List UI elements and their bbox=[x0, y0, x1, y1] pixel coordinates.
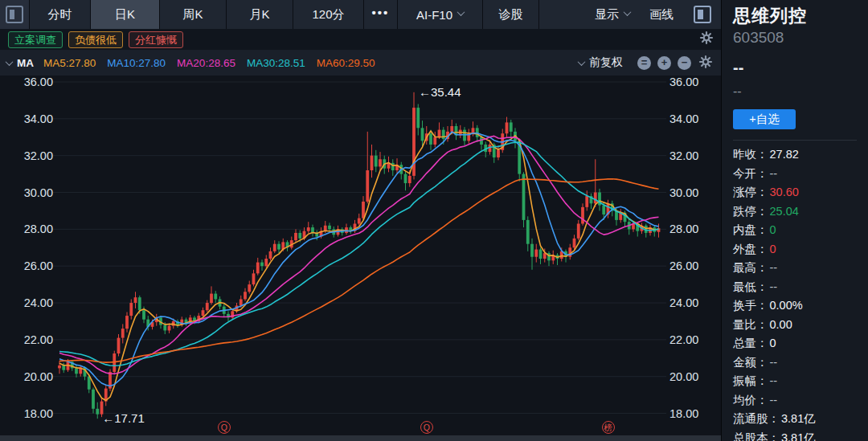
price-tick-right: 32.00 bbox=[669, 149, 716, 163]
price-tick-left: 30.00 bbox=[6, 186, 53, 200]
tab-label: 日K bbox=[115, 7, 135, 22]
collapse-indicator-chevron-icon[interactable] bbox=[6, 58, 14, 66]
stat-value: -- bbox=[770, 259, 778, 278]
chevron-down-icon bbox=[624, 8, 632, 16]
stat-label: 最高： bbox=[733, 259, 768, 278]
stock-app-window: 分时 日K 周K 月K 120分 ••• AI-F10 诊股 显示 画线 立案调… bbox=[0, 0, 868, 441]
stat-label: 内盘： bbox=[733, 221, 768, 240]
panel-toggle-icon bbox=[694, 6, 711, 23]
candlestick-chart[interactable]: 36.0036.0034.0034.0032.0032.0030.0030.00… bbox=[0, 76, 721, 435]
zoom-out-button[interactable]: − bbox=[678, 56, 691, 70]
kline-canvas[interactable] bbox=[0, 76, 721, 435]
stock-info-sidebar: 思维列控 603508 -- -- +自选 昨收：27.82今开：--涨停：30… bbox=[721, 0, 868, 441]
fit-scale-button[interactable]: = bbox=[637, 56, 651, 70]
stat-row: 总股本：3.81亿 bbox=[733, 429, 868, 441]
tab-zhengu[interactable]: 诊股 bbox=[483, 0, 539, 29]
tag-fenhong-kangkai[interactable]: 分红慷慨 bbox=[129, 31, 183, 48]
price-tick-right: 36.00 bbox=[669, 75, 716, 89]
stat-row: 流通股：3.81亿 bbox=[733, 410, 868, 429]
price-tick-left: 36.00 bbox=[6, 75, 53, 89]
tag-lian-diaocha[interactable]: 立案调查 bbox=[8, 31, 63, 48]
adjust-mode-chevron-icon[interactable] bbox=[578, 58, 586, 66]
stat-label: 昨收： bbox=[733, 145, 768, 165]
price-tick-right: 30.00 bbox=[669, 186, 716, 200]
menu-label: 画线 bbox=[649, 7, 674, 22]
collapse-left-panel-button[interactable] bbox=[0, 0, 30, 29]
price-tick-left: 32.00 bbox=[6, 149, 53, 163]
stat-value: -- bbox=[770, 353, 778, 373]
price-tick-left: 24.00 bbox=[6, 296, 53, 310]
stat-label: 振幅： bbox=[733, 372, 768, 391]
price-tick-left: 28.00 bbox=[6, 222, 53, 236]
tab-ai-f10[interactable]: AI-F10 bbox=[398, 0, 483, 29]
stat-label: 总股本： bbox=[733, 429, 780, 441]
forward-adjusted-label[interactable]: 前复权 bbox=[589, 55, 623, 70]
tags-settings-gear-icon[interactable] bbox=[699, 31, 714, 48]
event-marker[interactable]: Q bbox=[218, 421, 231, 434]
add-watchlist-button[interactable]: +自选 bbox=[733, 109, 796, 129]
tab-120min[interactable]: 120分 bbox=[293, 0, 364, 29]
stat-row: 振幅：-- bbox=[733, 372, 868, 391]
stat-value: 0.00 bbox=[770, 316, 792, 335]
tab-monthly-k[interactable]: 月K bbox=[227, 0, 293, 29]
chevron-down-icon bbox=[457, 8, 465, 16]
tab-weekly-k[interactable]: 周K bbox=[160, 0, 227, 29]
event-marker[interactable]: 榜 bbox=[602, 421, 615, 434]
ma5-value: MA5:27.80 bbox=[43, 57, 96, 69]
stat-value: 0 bbox=[770, 240, 776, 259]
panel-toggle-icon bbox=[6, 6, 23, 23]
ma-legend-row: MA MA5:27.80 MA10:27.80 MA20:28.65 MA30:… bbox=[0, 50, 721, 76]
stat-value: 0 bbox=[770, 334, 776, 353]
stat-label: 今开： bbox=[733, 165, 768, 184]
stat-row: 内盘：0 bbox=[733, 221, 868, 240]
stat-value: 30.60 bbox=[770, 183, 799, 202]
stat-label: 金额： bbox=[733, 353, 768, 373]
stat-row: 外盘：0 bbox=[733, 240, 868, 259]
current-price: -- bbox=[733, 58, 868, 77]
stat-row: 最高：-- bbox=[733, 259, 868, 278]
price-tick-right: 24.00 bbox=[669, 296, 716, 310]
stat-value: -- bbox=[770, 372, 778, 391]
stat-value: -- bbox=[770, 278, 778, 297]
tab-daily-k[interactable]: 日K bbox=[91, 0, 160, 29]
stat-label: 涨停： bbox=[733, 183, 768, 202]
ellipsis-icon: ••• bbox=[372, 6, 390, 24]
more-periods-button[interactable]: ••• bbox=[364, 0, 398, 29]
stat-value: 0 bbox=[770, 221, 776, 240]
draw-line-button[interactable]: 画线 bbox=[639, 0, 684, 29]
price-tick-left: 26.00 bbox=[6, 259, 53, 273]
event-marker[interactable]: Q bbox=[420, 421, 433, 434]
expand-right-panel-button[interactable] bbox=[684, 0, 721, 29]
stat-value: 25.04 bbox=[770, 202, 799, 222]
display-menu-button[interactable]: 显示 bbox=[586, 0, 639, 29]
stats-list: 昨收：27.82今开：--涨停：30.60跌停：25.04内盘：0外盘：0最高：… bbox=[733, 145, 868, 441]
topbar-spacer bbox=[539, 0, 586, 29]
stat-row: 均价：-- bbox=[733, 391, 868, 410]
stat-label: 外盘： bbox=[733, 240, 768, 259]
price-tick-right: 34.00 bbox=[669, 112, 716, 126]
tab-label: AI-F10 bbox=[416, 8, 452, 22]
stat-row: 金额：-- bbox=[733, 353, 868, 373]
stat-row: 最低：-- bbox=[733, 278, 868, 297]
chart-controls: 前复权 = + − bbox=[579, 55, 713, 71]
stat-row: 涨停：30.60 bbox=[733, 183, 868, 202]
price-tick-right: 18.00 bbox=[669, 406, 716, 421]
price-tick-right: 26.00 bbox=[669, 259, 716, 273]
stock-name: 思维列控 bbox=[733, 5, 868, 27]
stat-value: 0.00% bbox=[770, 296, 803, 316]
price-tick-right: 28.00 bbox=[669, 222, 716, 236]
tab-label: 周K bbox=[182, 7, 203, 22]
ma20-value: MA20:28.65 bbox=[177, 57, 235, 69]
menu-label: 显示 bbox=[595, 7, 619, 22]
tab-fenshi[interactable]: 分时 bbox=[30, 0, 91, 29]
ma30-value: MA30:28.51 bbox=[247, 57, 305, 69]
price-annotation: ←17.71 bbox=[102, 411, 145, 425]
time-axis-strip[interactable] bbox=[0, 435, 721, 441]
price-tick-left: 34.00 bbox=[6, 112, 53, 126]
tab-label: 120分 bbox=[312, 7, 344, 22]
zoom-in-button[interactable]: + bbox=[657, 56, 671, 70]
stat-value: -- bbox=[770, 391, 778, 410]
tag-fuzhai-hendi[interactable]: 负债很低 bbox=[68, 31, 123, 48]
chart-settings-gear-icon[interactable] bbox=[698, 55, 713, 71]
stat-label: 量比： bbox=[733, 316, 768, 335]
